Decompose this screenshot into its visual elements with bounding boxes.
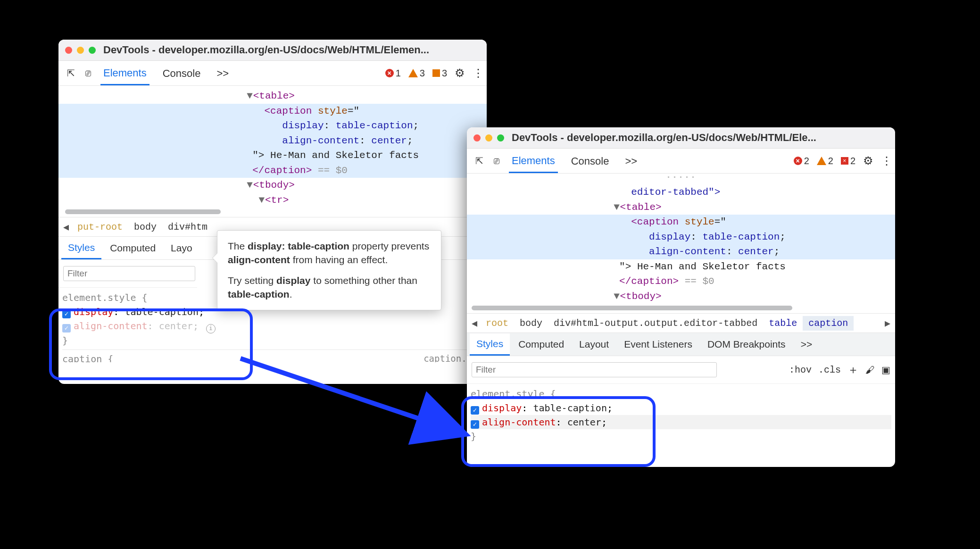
tab-console[interactable]: Console: [568, 150, 612, 172]
dom-node-caption-open[interactable]: <caption style=": [58, 104, 487, 119]
dom-node-tbody[interactable]: ▼<tbody>: [58, 178, 487, 193]
computed-panel-icon[interactable]: ▣: [881, 364, 890, 375]
subtab-more[interactable]: >>: [794, 334, 819, 355]
tab-more[interactable]: >>: [622, 150, 640, 172]
dom-style-line1[interactable]: display: table-caption;: [467, 230, 895, 245]
checkbox-align-content[interactable]: ✓: [471, 420, 479, 429]
kebab-menu-icon[interactable]: ⋮: [473, 67, 483, 80]
warning-count: 2: [828, 156, 833, 166]
subtab-styles[interactable]: Styles: [61, 237, 101, 259]
device-icon[interactable]: ⎚: [494, 156, 499, 166]
tooltip-bold: table-caption: [228, 289, 290, 299]
breadcrumb-caption[interactable]: caption: [803, 316, 854, 331]
issues-counter[interactable]: × 2: [841, 156, 855, 166]
brace-close: }: [471, 431, 476, 442]
breadcrumb-prev-icon[interactable]: ◀: [469, 317, 480, 329]
kebab-menu-icon[interactable]: ⋮: [881, 154, 891, 167]
dom-node-caption-close[interactable]: </caption> == $0: [467, 274, 895, 289]
selector: element.style: [471, 388, 550, 399]
inspect-icon[interactable]: ⇱: [475, 155, 483, 166]
titlebar[interactable]: DevTools - developer.mozilla.org/en-US/d…: [467, 127, 895, 149]
titlebar[interactable]: DevTools - developer.mozilla.org/en-US/d…: [58, 40, 487, 61]
breadcrumb-partial[interactable]: put-root: [72, 220, 128, 234]
breadcrumb-body[interactable]: body: [128, 220, 162, 234]
dom-node-caption-open[interactable]: <caption style=": [467, 215, 895, 230]
dom-tree[interactable]: editor-tabbed"> ▼<table> <caption style=…: [467, 182, 895, 305]
device-icon[interactable]: ⎚: [85, 68, 91, 79]
warning-counter[interactable]: 2: [817, 156, 833, 166]
inspect-icon[interactable]: ⇱: [67, 67, 75, 79]
zoom-icon[interactable]: [89, 47, 96, 54]
subtab-dom-breakpoints[interactable]: DOM Breakpoints: [701, 334, 792, 355]
settings-icon[interactable]: ⚙: [455, 67, 465, 80]
dom-node-caption-text[interactable]: "> He-Man and Skeletor facts: [58, 148, 487, 163]
dom-style-line2[interactable]: align-content: center;: [467, 244, 895, 259]
subtab-styles[interactable]: Styles: [470, 333, 510, 356]
tab-elements[interactable]: Elements: [100, 61, 149, 85]
subtab-computed[interactable]: Computed: [103, 238, 162, 258]
checkbox-display[interactable]: ✓: [62, 310, 71, 318]
hov-toggle[interactable]: :hov: [789, 365, 812, 375]
dom-style-line1[interactable]: display: table-caption;: [58, 118, 487, 133]
error-counter[interactable]: × 1: [385, 68, 401, 79]
filter-input[interactable]: [63, 266, 195, 281]
subtab-computed[interactable]: Computed: [512, 334, 571, 355]
issues-count: 3: [442, 68, 447, 79]
breadcrumb-root[interactable]: root: [480, 316, 514, 331]
dom-tree[interactable]: ▼<table> <caption style=" display: table…: [58, 86, 487, 208]
subtab-event-listeners[interactable]: Event Listeners: [617, 334, 699, 355]
dom-node-table[interactable]: ▼<table>: [58, 89, 487, 104]
subtab-layout[interactable]: Layout: [573, 334, 615, 355]
breadcrumb-next-icon[interactable]: ▶: [882, 317, 893, 329]
filter-row: [58, 260, 197, 288]
subtab-layout[interactable]: Layo: [164, 238, 199, 258]
checkbox-display[interactable]: ✓: [471, 406, 479, 415]
devtools-toolbar: ⇱ ⎚ Elements Console >> × 1 3 3 ⚙ ⋮: [58, 61, 487, 86]
minimize-icon[interactable]: [77, 47, 84, 54]
settings-icon[interactable]: ⚙: [863, 154, 873, 167]
paint-icon[interactable]: 🖌: [865, 365, 875, 375]
checkbox-align-content[interactable]: ✓: [62, 324, 71, 333]
dom-node-caption-text[interactable]: "> He-Man and Skeletor facts: [467, 259, 895, 274]
window-title: DevTools - developer.mozilla.org/en-US/d…: [512, 132, 816, 144]
resize-grip[interactable]: ･････: [467, 174, 895, 182]
breadcrumb-div[interactable]: div#htm: [162, 220, 213, 234]
styles-subtabs: Styles Computed Layout Event Listeners D…: [467, 333, 895, 356]
dom-node-tr[interactable]: ▼<tr>: [58, 193, 487, 208]
breadcrumb-table[interactable]: table: [763, 316, 803, 331]
filter-input[interactable]: [472, 362, 717, 377]
traffic-lights: [65, 47, 96, 54]
breadcrumbs[interactable]: ◀ root body div#html-output.output.edito…: [467, 313, 895, 333]
tab-more[interactable]: >>: [214, 62, 232, 84]
dom-node-tbody[interactable]: ▼<tbody>: [467, 289, 895, 304]
close-icon[interactable]: [473, 134, 481, 141]
dom-style-line2[interactable]: align-content: center;: [58, 133, 487, 149]
next-selector: caption: [62, 353, 108, 362]
tab-console[interactable]: Console: [160, 62, 204, 84]
minimize-icon[interactable]: [485, 134, 492, 141]
new-style-rule-icon[interactable]: ＋: [847, 362, 859, 377]
breadcrumb-div[interactable]: div#html-output.output.editor-tabbed: [548, 316, 763, 331]
zoom-icon[interactable]: [497, 134, 504, 141]
tab-elements[interactable]: Elements: [509, 149, 558, 173]
style-rule-display[interactable]: ✓display: table-caption;: [471, 401, 891, 415]
cls-toggle[interactable]: .cls: [818, 365, 841, 375]
breadcrumb-prev-icon[interactable]: ◀: [60, 221, 72, 233]
issues-icon: ×: [841, 157, 848, 165]
error-counter[interactable]: × 2: [794, 156, 809, 166]
style-rule-align-content[interactable]: ✓align-content: center;: [471, 415, 891, 429]
warning-counter[interactable]: 3: [408, 68, 425, 79]
breadcrumb-body[interactable]: body: [514, 316, 548, 331]
issues-counter[interactable]: 3: [432, 68, 447, 79]
styles-panel[interactable]: element.style { ✓display: table-caption;…: [467, 384, 895, 448]
scrollbar-horizontal[interactable]: [472, 306, 792, 310]
tooltip-text: .: [290, 289, 292, 299]
scrollbar-horizontal[interactable]: [65, 209, 221, 214]
dom-node-table[interactable]: ▼<table>: [467, 200, 895, 215]
info-icon[interactable]: i: [206, 324, 216, 333]
traffic-lights: [473, 134, 504, 141]
close-icon[interactable]: [65, 47, 72, 54]
style-rule-align-content[interactable]: ✓align-content: center; i: [62, 319, 483, 333]
dom-node-editor-tabbed[interactable]: editor-tabbed">: [467, 185, 895, 200]
dom-node-caption-close[interactable]: </caption> == $0: [58, 163, 487, 178]
